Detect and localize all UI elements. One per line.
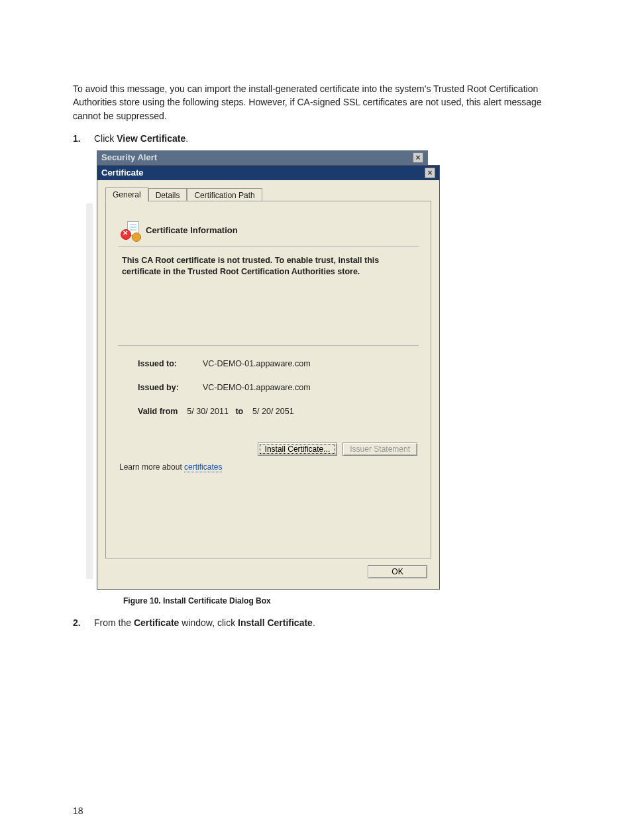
step-2-bold1: Certificate <box>134 617 179 628</box>
valid-from-row: Valid from 5/ 30/ 2011 to 5/ 20/ 2051 <box>118 404 419 428</box>
cert-buttons-row: Install Certificate... Issuer Statement <box>118 428 419 460</box>
valid-to-value: 5/ 20/ 2051 <box>252 407 294 416</box>
issued-to-label: Issued to: <box>138 359 196 368</box>
step-2-prefix: From the <box>94 617 134 628</box>
ok-button[interactable]: OK <box>368 565 427 578</box>
issued-by-value: VC-DEMO-01.appaware.com <box>203 383 311 392</box>
valid-from-value: 5/ 30/ 2011 <box>187 407 229 416</box>
step-1-suffix: . <box>185 133 188 144</box>
separator <box>118 345 419 346</box>
tab-strip: General Details Certification Path <box>105 187 431 201</box>
valid-to-label: to <box>235 407 243 416</box>
valid-from-label: Valid from <box>138 407 178 416</box>
step-2-number: 2. <box>73 617 85 628</box>
certificate-error-icon <box>121 221 139 240</box>
intro-paragraph: To avoid this message, you can import th… <box>73 82 559 123</box>
certificate-titlebar: Certificate × <box>97 166 439 180</box>
figure-caption: Figure 10. Install Certificate Dialog Bo… <box>97 590 559 605</box>
trust-warning-message: This CA Root certificate is not trusted.… <box>118 247 419 340</box>
step-2-bold2: Install Certificate <box>238 617 313 628</box>
issued-to-row: Issued to: VC-DEMO-01.appaware.com <box>118 356 419 380</box>
security-alert-titlebar: Security Alert × <box>97 150 428 165</box>
step-1-prefix: Click <box>94 133 117 144</box>
tab-general[interactable]: General <box>105 187 148 202</box>
certificate-title: Certificate <box>101 166 144 180</box>
step-2: 2. From the Certificate window, click In… <box>73 617 559 628</box>
close-icon[interactable]: × <box>425 168 435 178</box>
tab-certification-path[interactable]: Certification Path <box>187 188 262 202</box>
tab-details[interactable]: Details <box>148 188 187 202</box>
step-1: 1. Click View Certificate. <box>73 133 559 144</box>
cert-info-heading-text: Certificate Information <box>146 225 238 235</box>
install-certificate-button[interactable]: Install Certificate... <box>258 443 338 456</box>
certificates-link[interactable]: certificates <box>184 462 222 472</box>
security-alert-title: Security Alert <box>101 150 157 165</box>
step-1-text: Click View Certificate. <box>94 133 559 144</box>
step-1-number: 1. <box>73 133 85 144</box>
step-2-suffix: . <box>313 617 315 628</box>
tab-panel-general: Certificate Information This CA Root cer… <box>105 201 431 558</box>
learn-more-row: Learn more about certificates <box>118 460 419 473</box>
step-2-mid: window, click <box>179 617 238 628</box>
issued-to-value: VC-DEMO-01.appaware.com <box>203 359 311 368</box>
issued-by-row: Issued by: VC-DEMO-01.appaware.com <box>118 380 419 404</box>
close-icon[interactable]: × <box>413 152 423 163</box>
issued-by-label: Issued by: <box>138 383 196 392</box>
ok-row: OK <box>105 558 431 581</box>
issuer-statement-button: Issuer Statement <box>342 443 417 456</box>
learn-more-prefix: Learn more about <box>119 462 184 472</box>
cert-info-header: Certificate Information <box>118 217 419 247</box>
dialog-screenshot: Security Alert × Certificate × General D… <box>97 150 559 605</box>
vertical-shadow <box>86 203 93 579</box>
step-2-text: From the Certificate window, click Insta… <box>94 617 559 628</box>
step-1-bold: View Certificate <box>117 133 185 144</box>
certificate-body: General Details Certification Path Certi… <box>97 180 439 589</box>
page-number: 18 <box>73 806 83 816</box>
certificate-window: Certificate × General Details Certificat… <box>97 165 440 590</box>
